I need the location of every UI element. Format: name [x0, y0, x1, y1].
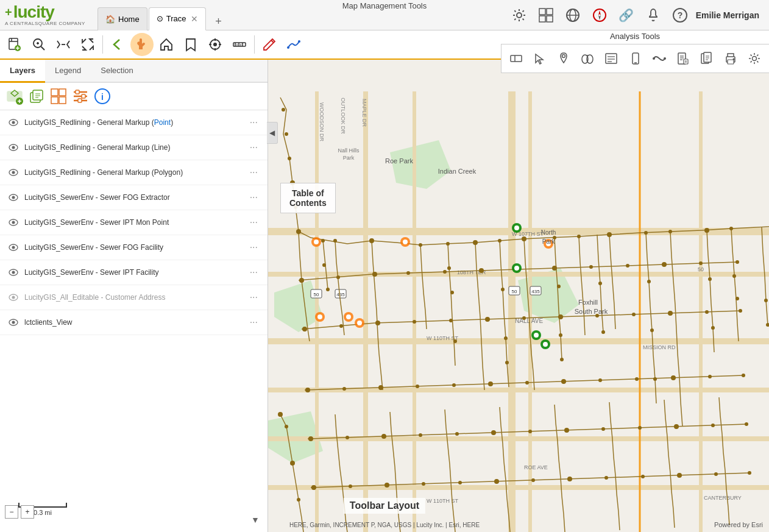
- settings-icon-btn[interactable]: [508, 4, 530, 26]
- layer-visibility-eye[interactable]: [7, 316, 19, 328]
- toc-tab-legend[interactable]: Legend: [45, 60, 91, 83]
- toc-copy-btn[interactable]: [27, 87, 46, 106]
- toc-group-btn[interactable]: [49, 87, 68, 106]
- path-btn[interactable]: [648, 47, 670, 70]
- zoom-in-small-btn[interactable]: +: [21, 505, 34, 519]
- settings-rt-btn[interactable]: [743, 47, 766, 70]
- erase-btn[interactable]: [505, 47, 527, 70]
- svg-point-239: [562, 55, 565, 58]
- toc-layer-item[interactable]: LucityGIS_SewerEnv - Sewer FOG Facility …: [0, 235, 268, 260]
- toolbar-back-btn[interactable]: [106, 33, 129, 56]
- toolbar-collapse-btn[interactable]: [52, 33, 75, 56]
- svg-point-106: [745, 422, 748, 426]
- help-icon-btn[interactable]: ?: [669, 4, 691, 26]
- grid-icon-btn[interactable]: [535, 4, 557, 26]
- toolbar-measure-btn[interactable]: [228, 33, 251, 56]
- mobile-btn[interactable]: [624, 47, 647, 70]
- svg-point-53: [704, 228, 709, 233]
- layer-visibility-eye[interactable]: [7, 116, 19, 129]
- toc-panel: Layers Legend Selection: [0, 60, 268, 532]
- globe-icon-btn[interactable]: [562, 4, 584, 26]
- toc-tab-layers[interactable]: Layers: [0, 60, 45, 83]
- layer-more-btn[interactable]: ···: [247, 242, 260, 253]
- svg-text:MISSION RD: MISSION RD: [643, 344, 676, 350]
- layer-more-btn[interactable]: ···: [247, 142, 260, 153]
- toc-info-btn[interactable]: i: [93, 87, 112, 106]
- svg-point-77: [632, 313, 636, 316]
- doc1-btn[interactable]: [672, 47, 694, 70]
- svg-point-54: [729, 227, 733, 230]
- svg-point-144: [650, 328, 654, 332]
- svg-point-52: [668, 230, 672, 233]
- toc-layer-item[interactable]: LucityGIS_All_Editable - Customer Addres…: [0, 285, 268, 310]
- toc-layer-item[interactable]: LucityGIS_Redlining - General Markup (Po…: [0, 110, 268, 135]
- svg-point-121: [285, 132, 288, 136]
- svg-point-223: [213, 43, 217, 46]
- layer-more-btn[interactable]: ···: [247, 167, 260, 178]
- toolbar-draw-btn[interactable]: [282, 33, 305, 56]
- select-rt-btn[interactable]: [528, 47, 551, 70]
- toolbar-new-btn[interactable]: [3, 33, 26, 56]
- link-icon-btn[interactable]: 🔗: [615, 4, 637, 26]
- list-btn[interactable]: [600, 47, 623, 70]
- tab-home[interactable]: 🏠 Home: [97, 7, 147, 30]
- bell-icon-btn[interactable]: [642, 4, 664, 26]
- binoculars-btn[interactable]: [576, 47, 599, 70]
- layer-more-btn[interactable]: ···: [247, 292, 260, 303]
- svg-point-44: [446, 242, 450, 246]
- svg-point-151: [766, 323, 769, 327]
- doc2-btn[interactable]: [696, 47, 718, 70]
- eye-icon: [9, 317, 18, 327]
- eye-icon: [9, 268, 18, 277]
- toc-settings-btn[interactable]: [71, 87, 90, 106]
- toolbar-zoom-in-btn[interactable]: [27, 33, 51, 56]
- toolbar-locate-btn[interactable]: [204, 33, 227, 56]
- user-area: 🔗 ? Emilie Merrigan: [498, 4, 769, 26]
- mobile-icon: [629, 52, 642, 65]
- print-btn[interactable]: [720, 47, 742, 70]
- toc-add-layer-btn[interactable]: [5, 87, 24, 106]
- layer-more-btn[interactable]: ···: [247, 192, 260, 203]
- svg-point-49: [577, 235, 581, 238]
- layer-visibility-eye[interactable]: [7, 141, 19, 154]
- toc-layer-item[interactable]: LucityGIS_SewerEnv - Sewer IPT Mon Point…: [0, 210, 268, 235]
- layer-visibility-eye[interactable]: [7, 266, 19, 278]
- svg-rect-255: [684, 59, 688, 64]
- toolbar-select-btn[interactable]: [130, 33, 154, 56]
- toc-layer-item[interactable]: LucityGIS_Redlining - General Markup (Po…: [0, 160, 268, 185]
- layer-more-btn[interactable]: ···: [247, 117, 260, 128]
- tab-trace-close[interactable]: ✕: [191, 14, 198, 24]
- layer-more-btn[interactable]: ···: [247, 317, 260, 328]
- toolbar-home-view-btn[interactable]: [155, 33, 178, 56]
- layer-visibility-eye[interactable]: [7, 191, 19, 204]
- layer-more-btn[interactable]: ···: [247, 217, 260, 228]
- locate-icon: [208, 37, 222, 52]
- toc-layer-item[interactable]: LucityGIS_SewerEnv - Sewer IPT Facility …: [0, 260, 268, 285]
- toolbar-bookmark-btn[interactable]: [179, 33, 202, 56]
- toolbar-expand-btn[interactable]: [76, 33, 99, 56]
- pin-btn[interactable]: [552, 47, 575, 70]
- svg-point-294: [12, 246, 15, 249]
- toc-layer-item[interactable]: LucityGIS_SewerEnv - Sewer FOG Extractor…: [0, 185, 268, 210]
- tab-trace[interactable]: ⊙ Trace ✕: [149, 7, 207, 30]
- toc-tab-selection[interactable]: Selection: [91, 60, 143, 83]
- toc-layer-item[interactable]: lctclients_View ···: [0, 310, 268, 335]
- svg-point-103: [638, 426, 642, 430]
- zoom-out-btn[interactable]: −: [5, 505, 18, 519]
- collapse-toc-btn[interactable]: ◀: [267, 122, 278, 144]
- compass-icon-btn[interactable]: [589, 4, 611, 26]
- layer-visibility-eye[interactable]: [7, 291, 19, 303]
- layer-label: LucityGIS_SewerEnv - Sewer IPT Mon Point: [24, 218, 247, 227]
- layer-more-btn[interactable]: ···: [247, 267, 260, 278]
- svg-point-98: [455, 432, 459, 436]
- eye-icon: [9, 193, 18, 202]
- svg-point-83: [378, 385, 383, 390]
- layer-visibility-eye[interactable]: [7, 166, 19, 179]
- toolbar-redline-btn[interactable]: [258, 33, 281, 56]
- layer-visibility-eye[interactable]: [7, 216, 19, 229]
- toc-layer-item[interactable]: LucityGIS_Redlining - General Markup (Li…: [0, 135, 268, 160]
- layer-visibility-eye[interactable]: [7, 241, 19, 254]
- user-name[interactable]: Emilie Merrigan: [696, 10, 759, 20]
- copy-icon: [28, 88, 45, 105]
- add-tab-button[interactable]: +: [210, 13, 227, 30]
